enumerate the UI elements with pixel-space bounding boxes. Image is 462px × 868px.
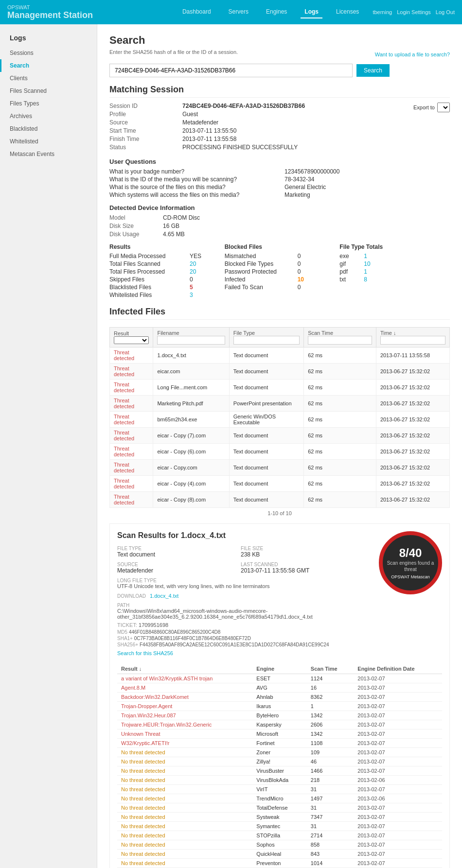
result-cell[interactable]: Threat detected xyxy=(110,412,153,428)
search-input[interactable] xyxy=(109,64,353,77)
results-col-filetypes: File Type Totals exe 1 gif 10 pdf 1 txt … xyxy=(339,243,450,299)
sidebar-item-metascan-events[interactable]: Metascan Events xyxy=(0,148,97,160)
result-cell[interactable]: Threat detected xyxy=(110,364,153,380)
engine-table-row: Backdoor:Win32.DarkKomet Ahnlab 8362 201… xyxy=(117,693,442,702)
search-button[interactable]: Search xyxy=(356,64,390,77)
engine-scantime-cell: 7347 xyxy=(307,813,354,822)
blocked-label-4: Failed To Scan xyxy=(225,284,293,291)
time-cell: 2013-06-27 15:32:02 xyxy=(376,364,449,380)
upload-link[interactable]: Want to upload a file to search? xyxy=(375,52,450,57)
results-col-blocked: Blocked Files Mismatched 0 Blocked File … xyxy=(225,243,335,299)
engine-result-cell: Agent.8.M xyxy=(117,683,252,693)
blocked-val-2: 0 xyxy=(298,268,301,275)
result-cell[interactable]: Threat detected xyxy=(110,460,153,476)
sidebar-item-clients[interactable]: Clients xyxy=(0,72,97,85)
sha1-val: 0C7F73BA0E8B116F48F0C1B7864D6E8B480EF72D xyxy=(134,636,251,641)
result-cell[interactable]: Threat detected xyxy=(110,396,153,412)
filetype-row-0: exe 1 xyxy=(339,253,450,260)
scantime-filter-input[interactable] xyxy=(308,336,372,345)
infected-files-title: Infected Files xyxy=(109,307,450,320)
result-filter-select[interactable] xyxy=(114,336,149,344)
infected-table-row: Threat detected Long File...ment.com Tex… xyxy=(110,380,450,396)
filetype-val-0[interactable]: 1 xyxy=(364,253,367,260)
infected-files-table: Result Filename File Type Scan Time xyxy=(109,327,450,508)
scan-circle-brand: OPSWAT Metascan xyxy=(391,574,429,579)
result-cell[interactable]: Threat detected xyxy=(110,476,153,492)
time-filter-input[interactable] xyxy=(380,336,445,345)
engine-date-cell: 2013-02-07 xyxy=(354,720,442,729)
engine-scantime-cell: 1342 xyxy=(307,711,354,720)
engine-result-cell: No threat detected xyxy=(117,776,252,785)
result-val-0: YES xyxy=(190,253,201,260)
user-questions-block: What is your badge number? 1234567890000… xyxy=(109,168,450,198)
path-block: PATH C:\Windows\Win8x\amd64_microsoft-wi… xyxy=(117,603,360,620)
export-select[interactable] xyxy=(437,103,450,112)
username: tberning xyxy=(373,9,392,15)
nav-logs[interactable]: Logs xyxy=(301,6,322,18)
page-layout: Logs Sessions Search Clients Files Scann… xyxy=(0,24,462,868)
sidebar-item-archives[interactable]: Archives xyxy=(0,110,97,122)
engine-scantime-cell: 858 xyxy=(307,840,354,850)
path-label: PATH xyxy=(117,603,360,608)
engine-result-cell: Unknown Threat xyxy=(117,729,252,739)
matching-session-title: Matching Session xyxy=(109,85,450,98)
sidebar-item-blacklisted[interactable]: Blacklisted xyxy=(0,122,97,135)
scan-results-block: Scan Results for 1.docx_4.txt 8/40 Scan … xyxy=(109,523,450,868)
time-cell: 2013-06-27 15:32:02 xyxy=(376,460,449,476)
filetype-val-2[interactable]: 1 xyxy=(364,268,367,275)
result-cell[interactable]: Threat detected xyxy=(110,380,153,396)
session-grid: Session ID 724BC4E9-D046-4EFA-A3AD-31526… xyxy=(109,103,413,151)
model-value: CD-ROM Disc xyxy=(163,214,450,221)
sidebar-item-files-scanned[interactable]: Files Scanned xyxy=(0,85,97,97)
result-val-2[interactable]: 20 xyxy=(190,268,196,275)
status-label: Status xyxy=(109,144,178,151)
sha1-label: SHA1+ xyxy=(117,636,134,641)
engine-scantime-cell: 2714 xyxy=(307,831,354,840)
engine-date-cell: 2013-02-07 xyxy=(354,683,442,693)
filename-filter-input[interactable] xyxy=(157,336,225,345)
logout-link[interactable]: Log Out xyxy=(436,9,455,15)
result-val-1[interactable]: 20 xyxy=(190,260,196,267)
ticket-val: 1709951698 xyxy=(139,622,168,628)
search-sha-link[interactable]: Search for this SHA256 xyxy=(117,650,173,656)
nav-licenses[interactable]: Licenses xyxy=(332,6,363,18)
blocked-label-3: Infected xyxy=(225,276,293,283)
engine-table-row: Trojan.Win32.Heur.087 ByteHero 1342 2013… xyxy=(117,711,442,720)
sidebar-item-whitelisted[interactable]: Whitelisted xyxy=(0,135,97,148)
filename-cell: eicar - Copy (4).com xyxy=(153,476,229,492)
engine-scantime-cell: 1466 xyxy=(307,766,354,776)
filetype-filter-input[interactable] xyxy=(233,336,300,345)
blocked-row-2: Password Protected 0 xyxy=(225,268,335,275)
start-time-value: 2013-07-11 13:55:50 xyxy=(182,127,413,134)
nav-dashboard[interactable]: Dashboard xyxy=(178,6,215,18)
infected-table-row: Threat detected eicar - Copy (8).com Tex… xyxy=(110,492,450,508)
filetype-cell: Text document xyxy=(229,428,303,444)
filetype-row-3: txt 8 xyxy=(339,276,450,283)
result-cell[interactable]: Threat detected xyxy=(110,444,153,460)
sidebar-item-sessions[interactable]: Sessions xyxy=(0,47,97,59)
md5-row: MD5 446F01B848860C80AE896C865200C4D8 xyxy=(117,629,360,635)
filetype-val-1[interactable]: 10 xyxy=(364,260,370,267)
file-type-block: FILE TYPE Text document xyxy=(117,546,237,558)
engine-date-cell: 2013-02-07 xyxy=(354,840,442,850)
time-cell: 2013-06-27 15:32:02 xyxy=(376,396,449,412)
engine-table-row: Trojware.HEUR:Trojan.Win32.Generic Kaspe… xyxy=(117,720,442,729)
sidebar-item-search[interactable]: Search xyxy=(0,59,97,72)
result-cell[interactable]: Threat detected xyxy=(110,347,153,364)
sidebar-item-files-types[interactable]: Files Types xyxy=(0,97,97,110)
nav-servers[interactable]: Servers xyxy=(225,6,252,18)
login-settings-link[interactable]: Login Settings xyxy=(397,9,431,15)
user-bar: tberning Login Settings Log Out xyxy=(373,9,455,15)
result-cell[interactable]: Threat detected xyxy=(110,428,153,444)
engine-table-body: a variant of Win32/Kryptik.ASTH trojan E… xyxy=(117,674,442,868)
engine-scantime-cell: 31 xyxy=(307,803,354,813)
col-time: Time ↓ xyxy=(376,328,449,347)
engine-date-cell: 2013-02-07 xyxy=(354,850,442,859)
download-link[interactable]: 1.docx_4.txt xyxy=(150,593,178,599)
result-cell[interactable]: Threat detected xyxy=(110,492,153,508)
nav-engines[interactable]: Engines xyxy=(262,6,291,18)
engine-name-cell: Preventon xyxy=(252,859,307,868)
filetype-val-3[interactable]: 8 xyxy=(364,276,367,283)
col-scantime-hdr: Scan Time xyxy=(307,664,354,674)
engine-result-cell: No threat detected xyxy=(117,748,252,757)
